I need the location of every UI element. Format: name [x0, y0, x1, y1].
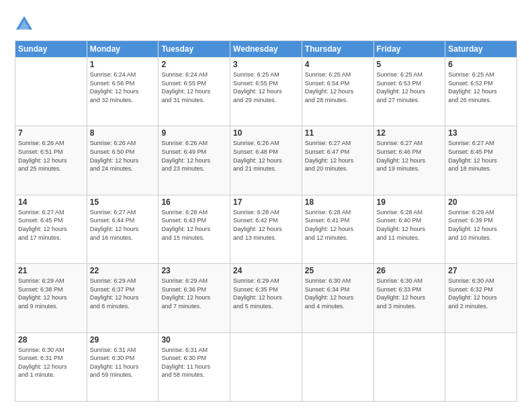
day-info: Sunrise: 6:27 AMSunset: 6:45 PMDaylight:… [18, 208, 84, 242]
day-number: 20 [448, 197, 514, 207]
day-info: Sunrise: 6:25 AMSunset: 6:53 PMDaylight:… [377, 71, 443, 104]
day-number: 15 [90, 197, 156, 207]
week-row-1: 1Sunrise: 6:24 AMSunset: 6:56 PMDaylight… [15, 58, 517, 126]
calendar-cell: 27Sunrise: 6:30 AMSunset: 6:32 PMDayligh… [445, 264, 517, 332]
week-row-4: 21Sunrise: 6:29 AMSunset: 6:38 PMDayligh… [15, 264, 517, 332]
day-number: 19 [377, 197, 443, 207]
calendar-cell: 14Sunrise: 6:27 AMSunset: 6:45 PMDayligh… [15, 195, 87, 263]
page: SundayMondayTuesdayWednesdayThursdayFrid… [0, 0, 532, 411]
calendar-cell: 24Sunrise: 6:29 AMSunset: 6:35 PMDayligh… [230, 264, 302, 332]
day-number: 27 [448, 266, 514, 275]
day-info: Sunrise: 6:26 AMSunset: 6:50 PMDaylight:… [90, 139, 156, 173]
calendar-table: SundayMondayTuesdayWednesdayThursdayFrid… [15, 40, 517, 402]
day-number: 2 [161, 60, 227, 69]
calendar-cell: 11Sunrise: 6:27 AMSunset: 6:47 PMDayligh… [302, 126, 373, 195]
day-info: Sunrise: 6:28 AMSunset: 6:42 PMDaylight:… [233, 208, 299, 242]
calendar-cell: 13Sunrise: 6:27 AMSunset: 6:45 PMDayligh… [445, 126, 517, 195]
calendar-cell: 8Sunrise: 6:26 AMSunset: 6:50 PMDaylight… [87, 126, 159, 195]
calendar-cell: 28Sunrise: 6:30 AMSunset: 6:31 PMDayligh… [15, 332, 87, 401]
day-info: Sunrise: 6:24 AMSunset: 6:55 PMDaylight:… [161, 71, 227, 104]
calendar-cell: 21Sunrise: 6:29 AMSunset: 6:38 PMDayligh… [15, 264, 87, 332]
day-info: Sunrise: 6:29 AMSunset: 6:37 PMDaylight:… [90, 277, 156, 310]
day-info: Sunrise: 6:24 AMSunset: 6:56 PMDaylight:… [90, 71, 156, 104]
day-number: 28 [18, 335, 84, 345]
day-info: Sunrise: 6:27 AMSunset: 6:46 PMDaylight:… [377, 139, 443, 173]
day-info: Sunrise: 6:25 AMSunset: 6:54 PMDaylight:… [305, 71, 371, 104]
calendar-cell: 23Sunrise: 6:29 AMSunset: 6:36 PMDayligh… [159, 264, 230, 332]
calendar-cell: 12Sunrise: 6:27 AMSunset: 6:46 PMDayligh… [373, 126, 445, 195]
weekday-header-monday: Monday [87, 41, 159, 58]
day-info: Sunrise: 6:27 AMSunset: 6:45 PMDaylight:… [448, 139, 514, 173]
day-info: Sunrise: 6:31 AMSunset: 6:30 PMDaylight:… [90, 346, 156, 379]
day-number: 14 [18, 197, 84, 207]
calendar-cell: 20Sunrise: 6:29 AMSunset: 6:39 PMDayligh… [445, 195, 517, 263]
logo [15, 15, 36, 34]
calendar-cell: 26Sunrise: 6:30 AMSunset: 6:33 PMDayligh… [373, 264, 445, 332]
day-info: Sunrise: 6:26 AMSunset: 6:48 PMDaylight:… [233, 139, 299, 173]
weekday-header-saturday: Saturday [445, 41, 517, 58]
day-number: 16 [161, 197, 227, 207]
calendar-cell: 1Sunrise: 6:24 AMSunset: 6:56 PMDaylight… [87, 58, 159, 126]
week-row-5: 28Sunrise: 6:30 AMSunset: 6:31 PMDayligh… [15, 332, 517, 401]
calendar-cell: 9Sunrise: 6:26 AMSunset: 6:49 PMDaylight… [159, 126, 230, 195]
day-info: Sunrise: 6:26 AMSunset: 6:51 PMDaylight:… [18, 139, 84, 173]
calendar-cell [302, 332, 373, 401]
day-info: Sunrise: 6:30 AMSunset: 6:34 PMDaylight:… [305, 277, 371, 310]
day-number: 21 [18, 266, 84, 275]
day-info: Sunrise: 6:28 AMSunset: 6:41 PMDaylight:… [305, 208, 371, 242]
day-number: 10 [233, 128, 299, 138]
calendar-cell: 7Sunrise: 6:26 AMSunset: 6:51 PMDaylight… [15, 126, 87, 195]
calendar-cell: 6Sunrise: 6:25 AMSunset: 6:52 PMDaylight… [445, 58, 517, 126]
week-row-2: 7Sunrise: 6:26 AMSunset: 6:51 PMDaylight… [15, 126, 517, 195]
day-number: 13 [448, 128, 514, 138]
day-info: Sunrise: 6:30 AMSunset: 6:33 PMDaylight:… [377, 277, 443, 310]
calendar-cell: 30Sunrise: 6:31 AMSunset: 6:30 PMDayligh… [159, 332, 230, 401]
day-number: 29 [90, 335, 156, 345]
day-number: 17 [233, 197, 299, 207]
day-number: 22 [90, 266, 156, 275]
day-info: Sunrise: 6:29 AMSunset: 6:39 PMDaylight:… [448, 208, 514, 242]
day-info: Sunrise: 6:27 AMSunset: 6:44 PMDaylight:… [90, 208, 156, 242]
day-number: 6 [448, 60, 514, 69]
day-number: 9 [161, 128, 227, 138]
day-info: Sunrise: 6:30 AMSunset: 6:31 PMDaylight:… [18, 346, 84, 379]
day-number: 1 [90, 60, 156, 69]
calendar-cell [373, 332, 445, 401]
day-number: 30 [161, 335, 227, 345]
day-number: 8 [90, 128, 156, 138]
calendar-cell: 22Sunrise: 6:29 AMSunset: 6:37 PMDayligh… [87, 264, 159, 332]
day-number: 5 [377, 60, 443, 69]
weekday-header-friday: Friday [373, 41, 445, 58]
calendar-cell: 15Sunrise: 6:27 AMSunset: 6:44 PMDayligh… [87, 195, 159, 263]
day-info: Sunrise: 6:30 AMSunset: 6:32 PMDaylight:… [448, 277, 514, 310]
calendar-cell: 29Sunrise: 6:31 AMSunset: 6:30 PMDayligh… [87, 332, 159, 401]
logo-icon [15, 15, 34, 34]
day-info: Sunrise: 6:25 AMSunset: 6:52 PMDaylight:… [448, 71, 514, 104]
day-info: Sunrise: 6:29 AMSunset: 6:36 PMDaylight:… [161, 277, 227, 310]
day-info: Sunrise: 6:26 AMSunset: 6:49 PMDaylight:… [161, 139, 227, 173]
weekday-header-row: SundayMondayTuesdayWednesdayThursdayFrid… [15, 41, 517, 58]
week-row-3: 14Sunrise: 6:27 AMSunset: 6:45 PMDayligh… [15, 195, 517, 263]
day-number: 26 [377, 266, 443, 275]
calendar-cell: 17Sunrise: 6:28 AMSunset: 6:42 PMDayligh… [230, 195, 302, 263]
day-info: Sunrise: 6:25 AMSunset: 6:55 PMDaylight:… [233, 71, 299, 104]
calendar-cell: 25Sunrise: 6:30 AMSunset: 6:34 PMDayligh… [302, 264, 373, 332]
day-number: 24 [233, 266, 299, 275]
calendar-cell [445, 332, 517, 401]
day-number: 25 [305, 266, 371, 275]
calendar-cell: 5Sunrise: 6:25 AMSunset: 6:53 PMDaylight… [373, 58, 445, 126]
header [15, 12, 517, 34]
day-info: Sunrise: 6:31 AMSunset: 6:30 PMDaylight:… [161, 346, 227, 379]
calendar-cell [230, 332, 302, 401]
day-info: Sunrise: 6:28 AMSunset: 6:40 PMDaylight:… [377, 208, 443, 242]
calendar-cell [15, 58, 87, 126]
calendar-cell: 16Sunrise: 6:28 AMSunset: 6:43 PMDayligh… [159, 195, 230, 263]
calendar-cell: 4Sunrise: 6:25 AMSunset: 6:54 PMDaylight… [302, 58, 373, 126]
weekday-header-sunday: Sunday [15, 41, 87, 58]
weekday-header-tuesday: Tuesday [159, 41, 230, 58]
day-number: 18 [305, 197, 371, 207]
day-info: Sunrise: 6:28 AMSunset: 6:43 PMDaylight:… [161, 208, 227, 242]
weekday-header-thursday: Thursday [302, 41, 373, 58]
day-info: Sunrise: 6:29 AMSunset: 6:38 PMDaylight:… [18, 277, 84, 310]
day-info: Sunrise: 6:27 AMSunset: 6:47 PMDaylight:… [305, 139, 371, 173]
